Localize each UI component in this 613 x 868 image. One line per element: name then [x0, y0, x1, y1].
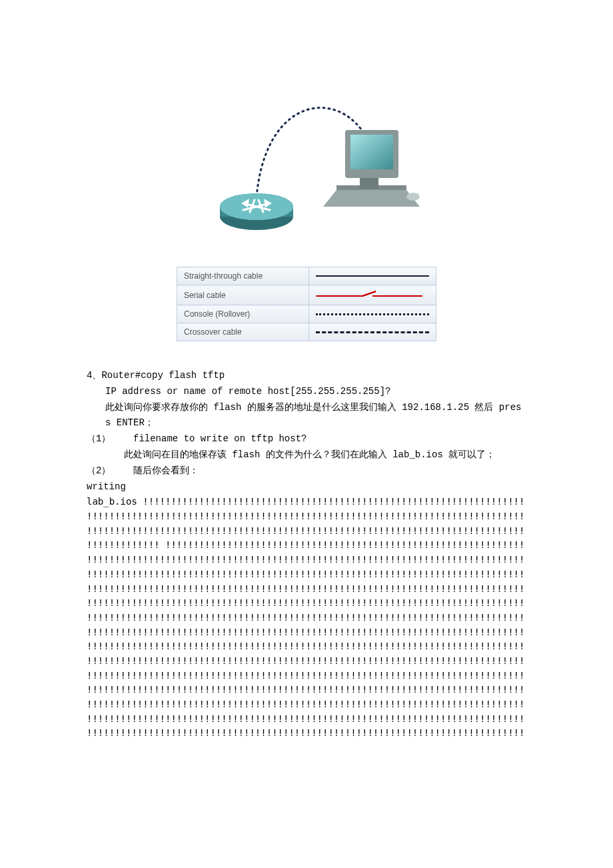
step4-line1: IP address or name of remote host[255.25… [87, 384, 526, 400]
bang-line-gap: !!!!!!!!!!!!! !!!!!!!!!!!!!!!!!!!!!!!!!!… [87, 538, 526, 553]
legend-label: Crossover cable [177, 323, 309, 341]
legend-row-crossover: Crossover cable [177, 323, 436, 341]
step4-sub2: （2） 随后你会看到： [87, 463, 526, 479]
sub2-text: 随后你会看到： [133, 465, 199, 476]
bang-line: !!!!!!!!!!!!!!!!!!!!!!!!!!!!!!!!!!!!!!!!… [87, 625, 526, 640]
svg-rect-16 [350, 135, 393, 169]
bang-line: !!!!!!!!!!!!!!!!!!!!!!!!!!!!!!!!!!!!!!!!… [87, 654, 526, 669]
svg-point-12 [406, 193, 420, 201]
svg-line-19 [362, 291, 376, 296]
legend-sample-straight [309, 267, 436, 285]
bang-line: !!!!!!!!!!!!!!!!!!!!!!!!!!!!!!!!!!!!!!!!… [87, 553, 526, 567]
bang-line: !!!!!!!!!!!!!!!!!!!!!!!!!!!!!!!!!!!!!!!!… [87, 524, 526, 539]
legend-sample-console [309, 305, 436, 323]
legend-label: Console (Rollover) [177, 305, 309, 323]
serial-line-icon [316, 289, 422, 299]
legend-row-console: Console (Rollover) [177, 305, 436, 323]
bang-line: !!!!!!!!!!!!!!!!!!!!!!!!!!!!!!!!!!!!!!!!… [87, 567, 526, 582]
bang-line: !!!!!!!!!!!!!!!!!!!!!!!!!!!!!!!!!!!!!!!!… [87, 669, 526, 683]
router-icon [220, 193, 293, 230]
legend-sample-serial [309, 285, 436, 305]
bang-line: !!!!!!!!!!!!!!!!!!!!!!!!!!!!!!!!!!!!!!!!… [87, 596, 526, 611]
bang-line: !!!!!!!!!!!!!!!!!!!!!!!!!!!!!!!!!!!!!!!!… [87, 582, 526, 597]
sub1-label: （1） [87, 433, 111, 444]
bang-line: !!!!!!!!!!!!!!!!!!!!!!!!!!!!!!!!!!!!!!!!… [87, 639, 526, 654]
sub1-note: 此处询问在目的地保存该 flash 的文件为什么？我们在此输入 lab_b.io… [87, 447, 526, 463]
bang-line: !!!!!!!!!!!!!!!!!!!!!!!!!!!!!!!!!!!!!!!!… [87, 712, 526, 727]
svg-rect-13 [360, 177, 378, 189]
instruction-text: 4、Router#copy flash tftp IP address or n… [87, 368, 526, 741]
bang-line: !!!!!!!!!!!!!!!!!!!!!!!!!!!!!!!!!!!!!!!!… [87, 509, 526, 524]
bang-line: !!!!!!!!!!!!!!!!!!!!!!!!!!!!!!!!!!!!!!!!… [87, 697, 526, 712]
sub1-text: filename to write on tftp host? [133, 433, 306, 444]
network-diagram [87, 67, 526, 240]
router-pc-diagram [180, 67, 433, 240]
step4-sub1: （1） filename to write on tftp host? [87, 431, 526, 447]
legend-row-serial: Serial cable [177, 285, 436, 305]
svg-marker-10 [323, 190, 420, 207]
writing-label: writing [87, 479, 526, 495]
bang-line: !!!!!!!!!!!!!!!!!!!!!!!!!!!!!!!!!!!!!!!!… [87, 611, 526, 625]
step4-line2: 此处询问你要求存放你的 flash 的服务器的地址是什么这里我们输入 192.1… [87, 400, 526, 432]
cable-legend-table: Straight-through cable Serial cable Cons… [177, 267, 436, 341]
legend-label: Serial cable [177, 285, 309, 305]
bang-line: !!!!!!!!!!!!!!!!!!!!!!!!!!!!!!!!!!!!!!!!… [87, 726, 526, 741]
legend-label: Straight-through cable [177, 267, 309, 285]
bang-line: !!!!!!!!!!!!!!!!!!!!!!!!!!!!!!!!!!!!!!!!… [87, 683, 526, 697]
sub2-label: （2） [87, 465, 111, 476]
bang-line-first: lab_b.ios !!!!!!!!!!!!!!!!!!!!!!!!!!!!!!… [87, 495, 526, 509]
step4-heading: 4、Router#copy flash tftp [87, 368, 526, 384]
pc-icon [323, 130, 420, 207]
legend-row-straight: Straight-through cable [177, 267, 436, 285]
legend-sample-crossover [309, 323, 436, 341]
